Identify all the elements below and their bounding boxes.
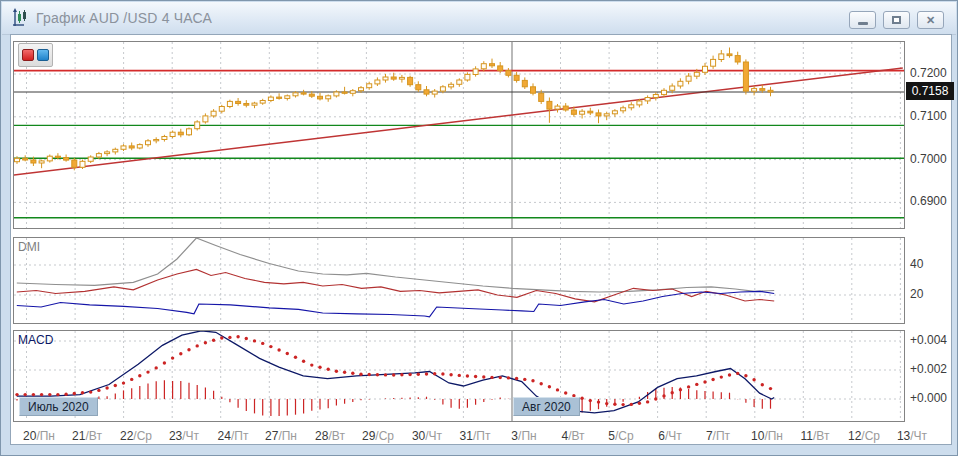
price-axis-label: 0.7200 xyxy=(910,66,947,80)
time-axis-label: 29/Ср xyxy=(362,429,394,443)
month-label-july[interactable]: Июль 2020 xyxy=(19,397,98,416)
price-axis-label: 0.7000 xyxy=(910,152,947,166)
current-price-tag: 0.7158 xyxy=(906,82,954,100)
restore-button[interactable] xyxy=(883,11,910,29)
dmi-label: DMI xyxy=(18,240,40,254)
minimize-icon xyxy=(858,22,868,25)
dmi-axis-label: 20 xyxy=(910,287,923,301)
time-axis-label: 23/Чт xyxy=(169,429,199,443)
time-axis-label: 10/Пн xyxy=(751,429,783,443)
time-axis: 20/Пн21/Вт22/Ср23/Чт24/Пт27/Пн28/Вт29/Ср… xyxy=(1,429,958,445)
chart-quick-toolbar xyxy=(18,43,53,67)
time-axis-label: 7/Пт xyxy=(706,429,730,443)
minimize-button[interactable] xyxy=(849,11,876,29)
macd-axis-label: +0.004 xyxy=(910,333,947,347)
close-icon: ✕ xyxy=(926,15,935,26)
time-axis-label: 21/Вт xyxy=(72,429,102,443)
time-axis-label: 20/Пн xyxy=(23,429,55,443)
price-panel[interactable] xyxy=(13,41,905,229)
window-title: График AUD /USD 4 ЧАСА xyxy=(36,10,212,26)
month-label-august[interactable]: Авг 2020 xyxy=(513,397,580,416)
time-axis-label: 12/Ср xyxy=(848,429,880,443)
time-axis-label: 24/Пт xyxy=(218,429,249,443)
restore-icon xyxy=(892,16,901,24)
macd-panel[interactable]: MACD xyxy=(13,330,905,422)
dmi-panel[interactable]: DMI xyxy=(13,237,905,324)
price-axis-label: 0.6900 xyxy=(910,194,947,208)
dmi-axis-label: 40 xyxy=(910,257,923,271)
time-axis-label: 27/Пн xyxy=(265,429,297,443)
price-axis-label: 0.7100 xyxy=(910,109,947,123)
window-controls: ✕ xyxy=(849,11,944,29)
time-axis-label: 11/Вт xyxy=(801,429,830,443)
close-button[interactable]: ✕ xyxy=(917,11,944,29)
macd-axis-label: +0.000 xyxy=(910,391,947,405)
time-axis-label: 22/Ср xyxy=(120,429,152,443)
candlestick-chart-icon xyxy=(12,8,32,28)
macd-axis-label: +0.002 xyxy=(910,362,947,376)
time-axis-label: 6/Чт xyxy=(658,429,682,443)
time-axis-label: 4/Вт xyxy=(561,429,584,443)
blue-square-button[interactable] xyxy=(37,49,49,61)
title-bar[interactable]: График AUD /USD 4 ЧАСА ✕ xyxy=(2,2,956,35)
macd-label: MACD xyxy=(18,333,53,347)
time-axis-label: 13/Чт xyxy=(897,429,927,443)
red-square-button[interactable] xyxy=(22,49,34,61)
time-axis-label: 31/Пт xyxy=(460,429,491,443)
time-axis-label: 30/Чт xyxy=(412,429,442,443)
time-axis-label: 3/Пн xyxy=(511,429,536,443)
chart-window: График AUD /USD 4 ЧАСА ✕ DMI MACD Июль 2… xyxy=(0,0,958,456)
time-axis-label: 5/Ср xyxy=(608,429,633,443)
time-axis-label: 28/Вт xyxy=(315,429,345,443)
